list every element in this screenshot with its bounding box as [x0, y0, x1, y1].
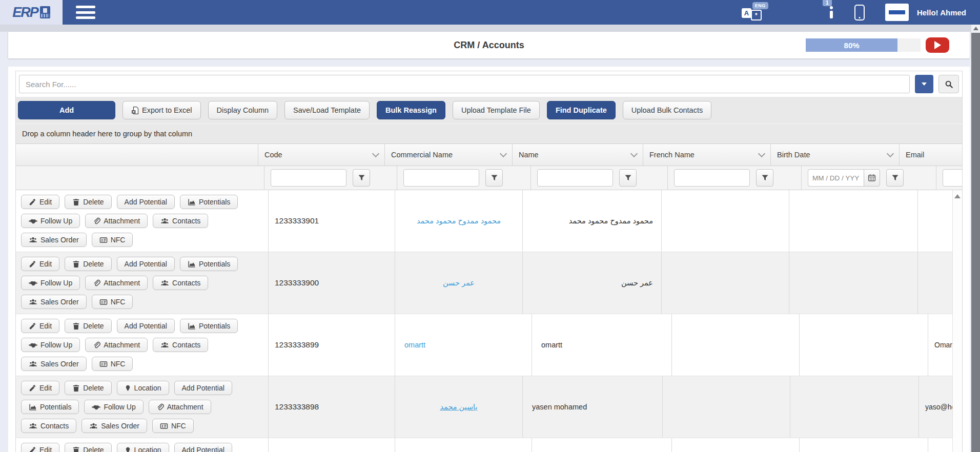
row-action-sales-order[interactable]: Sales Order [21, 233, 87, 247]
row-action-contacts[interactable]: Contacts [153, 276, 208, 290]
search-input[interactable] [19, 75, 910, 93]
row-action-contacts[interactable]: Contacts [21, 419, 76, 433]
row-action-attachment[interactable]: Attachment [149, 400, 211, 414]
row-action-follow-up[interactable]: Follow Up [21, 214, 80, 228]
header-cell-name[interactable]: Name [513, 144, 643, 166]
table-row: EditDeleteAdd PotentialPotentialsFollow … [16, 190, 962, 252]
search-button[interactable] [938, 75, 959, 93]
grid-scrollbar[interactable] [952, 190, 962, 452]
hamburger-menu-icon[interactable] [76, 6, 95, 19]
user-greeting[interactable]: Hello! Ahmed [917, 8, 966, 17]
toolbar-button-bulk-reassign[interactable]: Bulk Reassign [377, 101, 445, 119]
column-filter-input[interactable] [271, 169, 346, 187]
row-action-attachment[interactable]: Attachment [85, 214, 148, 228]
row-action-add-potential[interactable]: Add Potential [174, 381, 232, 395]
table-row: EditDeleteAdd PotentialPotentialsFollow … [16, 252, 962, 314]
filter-icon [761, 174, 769, 182]
row-action-add-potential[interactable]: Add Potential [117, 195, 175, 209]
info-button[interactable]: 1 [830, 6, 833, 18]
cell-code: 1233333901 [269, 190, 395, 252]
toolbar-button-upload-template-file[interactable]: Upload Template File [453, 101, 540, 119]
row-action-nfc[interactable]: NFC [92, 295, 133, 309]
phone-icon[interactable] [854, 5, 865, 20]
filter-button[interactable] [756, 169, 773, 187]
toolbar-button-label: Bulk Reassign [385, 106, 437, 114]
toolbar-button-find-duplicate[interactable]: Find Duplicate [547, 101, 616, 119]
commercial-name-link[interactable]: عمر حسن [443, 279, 475, 287]
video-play-button[interactable] [926, 37, 949, 53]
filter-button[interactable] [353, 169, 370, 187]
column-filter-input[interactable] [403, 169, 479, 187]
column-filter-input[interactable] [537, 169, 613, 187]
row-action-sales-order[interactable]: Sales Order [81, 419, 147, 433]
toolbar-button-save-load-template[interactable]: Save/Load Template [284, 101, 370, 119]
chart-icon [188, 198, 196, 206]
row-action-label: Follow Up [40, 217, 72, 225]
row-action-add-potential[interactable]: Add Potential [174, 443, 232, 452]
row-action-follow-up[interactable]: Follow Up [84, 400, 143, 414]
table-row: EditDeleteLocationAdd Potential [16, 438, 962, 452]
group-by-bar[interactable]: Drop a column header here to group by th… [16, 124, 962, 143]
row-action-nfc[interactable]: NFC [92, 357, 133, 371]
row-action-delete[interactable]: Delete [65, 257, 111, 271]
row-action-attachment[interactable]: Attachment [85, 338, 148, 352]
row-action-location[interactable]: Location [117, 443, 169, 452]
row-action-potentials[interactable]: Potentials [180, 195, 238, 209]
row-action-attachment[interactable]: Attachment [85, 276, 148, 290]
column-filter-input[interactable] [674, 169, 750, 187]
filter-button[interactable] [886, 169, 904, 187]
row-action-edit[interactable]: Edit [21, 381, 59, 395]
row-action-label: Sales Order [40, 360, 79, 368]
row-action-edit[interactable]: Edit [21, 443, 59, 452]
row-action-contacts[interactable]: Contacts [153, 338, 208, 352]
commercial-name-link[interactable]: omartt [404, 341, 425, 349]
code-value: 1233333901 [269, 216, 319, 225]
header-cell-commercial-name[interactable]: Commercial Name [385, 144, 513, 166]
row-action-nfc[interactable]: NFC [92, 233, 133, 247]
toolbar-button-add[interactable]: Add [18, 101, 115, 119]
calendar-button[interactable] [864, 169, 880, 187]
row-action-delete[interactable]: Delete [65, 443, 111, 452]
table-row: EditDeleteLocationAdd PotentialPotential… [16, 376, 962, 438]
row-action-delete[interactable]: Delete [65, 381, 111, 395]
header-cell-french-name[interactable]: French Name [643, 144, 771, 166]
birth-date-filter-input[interactable] [808, 169, 864, 187]
commercial-name-link[interactable]: ياسين محمد [440, 403, 477, 411]
page-scrollbar-thumb[interactable] [971, 33, 980, 452]
page-scrollbar[interactable] [971, 25, 980, 452]
column-filter-input[interactable] [943, 169, 962, 187]
row-action-delete[interactable]: Delete [65, 319, 111, 333]
avatar[interactable] [885, 4, 909, 21]
row-action-potentials[interactable]: Potentials [180, 319, 238, 333]
row-action-edit[interactable]: Edit [21, 195, 59, 209]
row-action-sales-order[interactable]: Sales Order [21, 357, 87, 371]
row-action-nfc[interactable]: NFC [152, 419, 194, 433]
language-switcher[interactable]: ENG A * [742, 4, 764, 21]
row-action-delete[interactable]: Delete [65, 195, 111, 209]
header-cell-code[interactable]: Code [258, 144, 385, 166]
header-cell-birth-date[interactable]: Birth Date [771, 144, 900, 166]
row-action-add-potential[interactable]: Add Potential [117, 257, 175, 271]
commercial-name-link[interactable]: محمود ممدوح محمود محمد [417, 217, 501, 225]
translate-secondary-icon: * [751, 10, 762, 20]
row-action-sales-order[interactable]: Sales Order [21, 295, 87, 309]
row-action-contacts[interactable]: Contacts [153, 214, 208, 228]
erp-logo[interactable]: ERP [0, 0, 63, 25]
row-action-follow-up[interactable]: Follow Up [21, 338, 80, 352]
row-action-potentials[interactable]: Potentials [180, 257, 238, 271]
row-action-potentials[interactable]: Potentials [21, 400, 79, 414]
row-action-add-potential[interactable]: Add Potential [117, 319, 175, 333]
search-dropdown-button[interactable] [915, 75, 933, 93]
cell-commercial-name: عمر حسن [395, 252, 523, 314]
filter-button[interactable] [485, 169, 503, 187]
row-action-edit[interactable]: Edit [21, 319, 59, 333]
toolbar-button-export-to-excel[interactable]: Export to Excel [122, 101, 201, 119]
row-action-location[interactable]: Location [117, 381, 169, 395]
row-action-follow-up[interactable]: Follow Up [21, 276, 80, 290]
row-action-edit[interactable]: Edit [21, 257, 59, 271]
toolbar-button-display-column[interactable]: Display Column [208, 101, 278, 119]
toolbar-button-upload-bulk-contacts[interactable]: Upload Bulk Contacts [623, 101, 711, 119]
filter-button[interactable] [619, 169, 637, 187]
header-cell-email[interactable]: Email [900, 144, 962, 166]
column-header-label: Code [258, 151, 282, 159]
